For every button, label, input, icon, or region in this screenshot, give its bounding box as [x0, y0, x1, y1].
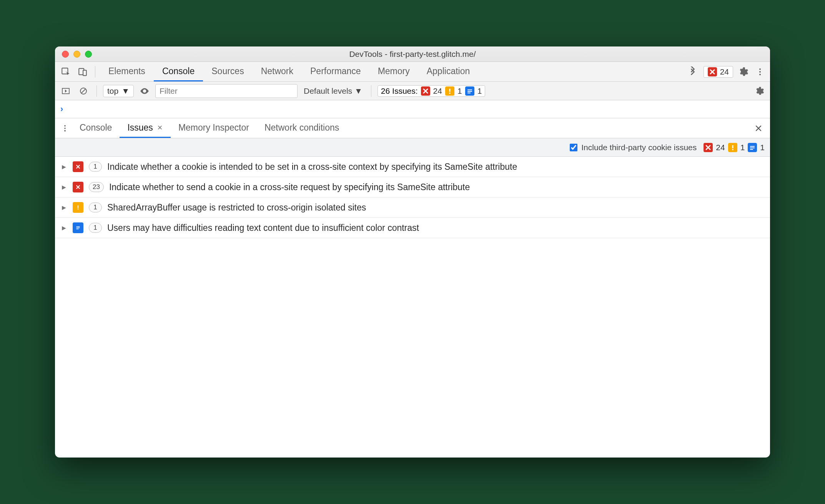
issues-label: 26 Issues: — [381, 86, 418, 96]
drawer-tab-label: Issues — [127, 123, 153, 133]
error-icon — [708, 67, 717, 76]
svg-rect-18 — [732, 149, 733, 150]
device-toolbar-icon[interactable] — [76, 65, 90, 79]
filter-input[interactable] — [155, 84, 298, 98]
issues-summary-button[interactable]: 26 Issues: 24 1 1 — [378, 85, 485, 97]
issues-info-count: 1 — [477, 86, 482, 96]
window-title: DevTools - first-party-test.glitch.me/ — [55, 50, 770, 59]
issue-title: Indicate whether to send a cookie in a c… — [109, 182, 470, 192]
expand-triangle-icon[interactable]: ▶ — [60, 225, 67, 231]
svg-rect-12 — [467, 91, 472, 92]
error-icon — [73, 161, 83, 172]
tab-elements[interactable]: Elements — [100, 62, 154, 81]
clear-console-icon[interactable] — [77, 84, 90, 98]
issue-title: Indicate whether a cookie is intended to… — [107, 162, 517, 172]
console-toolbar: top ▼ Default levels ▼ 26 Issues: 24 1 1 — [55, 82, 770, 100]
warning-icon — [73, 202, 83, 213]
tab-network[interactable]: Network — [253, 62, 302, 81]
svg-rect-10 — [449, 93, 450, 94]
separator — [371, 85, 371, 97]
svg-rect-20 — [750, 148, 755, 148]
info-icon — [748, 143, 757, 152]
overflow-tabs-icon[interactable] — [682, 62, 704, 81]
issue-row[interactable]: ▶1SharedArrayBuffer usage is restricted … — [55, 197, 770, 218]
drawer-tab-console[interactable]: Console — [72, 118, 120, 138]
issues-warn-count: 1 — [457, 86, 462, 96]
tab-sources[interactable]: Sources — [203, 62, 252, 81]
expand-triangle-icon[interactable]: ▶ — [60, 164, 67, 170]
issue-list: ▶1Indicate whether a cookie is intended … — [55, 157, 770, 238]
issue-count-badge: 1 — [89, 223, 102, 233]
summary-err-count: 24 — [716, 143, 725, 152]
levels-label: Default levels — [304, 86, 352, 96]
more-menu-icon[interactable] — [753, 65, 767, 79]
inspect-element-icon[interactable] — [59, 65, 73, 79]
drawer-tab-memory-inspector[interactable]: Memory Inspector — [171, 118, 257, 138]
drawer-more-icon[interactable] — [58, 121, 72, 135]
issues-err-count: 24 — [433, 86, 442, 96]
svg-point-16 — [64, 130, 66, 131]
error-icon — [73, 182, 83, 192]
warning-icon — [445, 86, 454, 96]
svg-rect-24 — [77, 226, 80, 227]
devtools-window: DevTools - first-party-test.glitch.me/ E… — [55, 46, 770, 458]
separator — [95, 66, 95, 78]
titlebar: DevTools - first-party-test.glitch.me/ — [55, 46, 770, 62]
issue-count-badge: 1 — [89, 162, 102, 172]
expand-triangle-icon[interactable]: ▶ — [60, 204, 67, 211]
include-third-party-checkbox[interactable]: Include third-party cookie issues — [570, 143, 697, 152]
error-icon — [421, 86, 430, 96]
console-prompt-icon[interactable]: › — [60, 104, 63, 114]
svg-rect-19 — [750, 146, 755, 147]
warning-icon — [728, 143, 737, 152]
dropdown-caret-icon: ▼ — [354, 86, 363, 96]
console-settings-gear-icon[interactable] — [752, 84, 766, 98]
context-selector[interactable]: top ▼ — [103, 85, 134, 97]
errors-count: 24 — [720, 67, 729, 76]
svg-rect-21 — [750, 149, 753, 150]
svg-point-8 — [144, 90, 145, 91]
checkbox-icon[interactable] — [570, 144, 577, 151]
tab-memory[interactable]: Memory — [369, 62, 418, 81]
separator — [96, 85, 97, 97]
summary-info-count: 1 — [760, 143, 765, 152]
close-tab-icon[interactable] — [157, 124, 163, 131]
svg-rect-2 — [83, 70, 86, 75]
main-tab-strip: ElementsConsoleSourcesNetworkPerformance… — [55, 62, 770, 82]
tab-application[interactable]: Application — [418, 62, 479, 81]
issue-count-badge: 23 — [89, 182, 104, 192]
svg-point-3 — [759, 68, 761, 70]
drawer-tab-label: Memory Inspector — [178, 123, 249, 133]
live-expression-eye-icon[interactable] — [138, 84, 151, 98]
drawer-tab-label: Console — [80, 123, 112, 133]
info-icon — [73, 222, 83, 233]
info-icon — [465, 86, 474, 96]
svg-point-5 — [759, 74, 761, 75]
drawer-tab-network-conditions[interactable]: Network conditions — [257, 118, 347, 138]
errors-badge[interactable]: 24 — [704, 66, 733, 78]
issue-title: Users may have difficulties reading text… — [107, 223, 419, 233]
console-messages: › — [55, 100, 770, 118]
close-drawer-icon[interactable] — [750, 118, 767, 138]
settings-gear-icon[interactable] — [736, 65, 750, 79]
issue-count-badge: 1 — [89, 202, 102, 212]
expand-triangle-icon[interactable]: ▶ — [60, 184, 67, 190]
issue-title: SharedArrayBuffer usage is restricted to… — [107, 202, 366, 213]
issue-row[interactable]: ▶1Users may have difficulties reading te… — [55, 218, 770, 238]
svg-rect-11 — [467, 90, 472, 90]
tab-performance[interactable]: Performance — [302, 62, 369, 81]
svg-rect-26 — [77, 229, 79, 229]
tab-console[interactable]: Console — [154, 62, 203, 81]
error-icon — [704, 143, 713, 152]
drawer-tab-issues[interactable]: Issues — [120, 118, 170, 138]
log-levels-selector[interactable]: Default levels ▼ — [301, 86, 365, 96]
issue-row[interactable]: ▶23Indicate whether to send a cookie in … — [55, 177, 770, 197]
toggle-sidebar-icon[interactable] — [59, 84, 73, 98]
svg-rect-17 — [732, 145, 733, 148]
issues-toolbar: Include third-party cookie issues 24 1 1 — [55, 138, 770, 157]
svg-point-14 — [64, 125, 66, 126]
issue-row[interactable]: ▶1Indicate whether a cookie is intended … — [55, 157, 770, 177]
summary-warn-count: 1 — [740, 143, 745, 152]
svg-point-15 — [64, 128, 66, 129]
drawer-tab-strip: ConsoleIssuesMemory InspectorNetwork con… — [55, 118, 770, 138]
